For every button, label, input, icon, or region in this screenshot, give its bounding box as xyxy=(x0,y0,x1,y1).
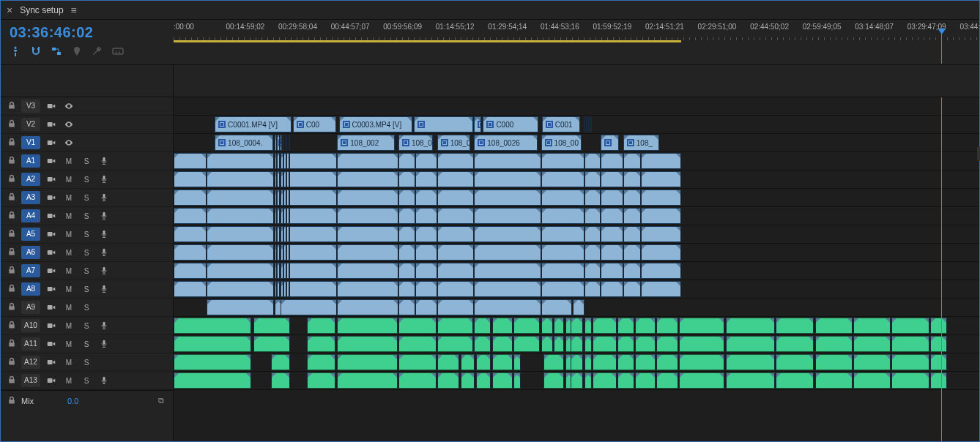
toggle-sync-icon[interactable] xyxy=(45,210,58,222)
captions-icon[interactable] xyxy=(112,45,124,57)
clip[interactable] xyxy=(476,354,491,370)
track-header-a13[interactable]: A13MS xyxy=(1,372,173,390)
lock-icon[interactable] xyxy=(7,357,17,367)
track-header-a10[interactable]: A10MS xyxy=(1,317,173,335)
clip[interactable] xyxy=(207,263,274,279)
playhead-marker[interactable] xyxy=(941,33,942,64)
clip[interactable] xyxy=(415,299,437,315)
voice-record-icon[interactable] xyxy=(97,265,111,277)
clip[interactable] xyxy=(623,226,641,242)
clip[interactable] xyxy=(207,244,274,261)
close-icon[interactable]: × xyxy=(7,4,12,16)
clip[interactable] xyxy=(554,318,564,334)
clip[interactable] xyxy=(635,336,656,352)
track-header-a6[interactable]: A6MS xyxy=(1,244,173,262)
clip[interactable] xyxy=(474,153,541,169)
clip[interactable] xyxy=(337,263,398,279)
clip[interactable] xyxy=(541,171,584,187)
timecode-display[interactable]: 03:36:46:02 xyxy=(10,24,165,41)
track-target-a6[interactable]: A6 xyxy=(21,246,40,259)
clip[interactable] xyxy=(337,171,398,187)
solo-button[interactable]: S xyxy=(80,155,93,167)
clip[interactable] xyxy=(474,263,541,279)
clip[interactable] xyxy=(930,354,947,370)
clip[interactable] xyxy=(571,318,583,334)
clip[interactable] xyxy=(776,372,814,389)
clip[interactable] xyxy=(437,153,475,169)
track-header-v3[interactable]: V3 xyxy=(1,97,173,116)
clip[interactable] xyxy=(641,171,681,187)
track-target-a1[interactable]: A1 xyxy=(21,154,40,168)
clip[interactable] xyxy=(474,299,541,315)
track-lane[interactable] xyxy=(174,372,979,390)
clip[interactable] xyxy=(492,336,513,352)
track-header-a3[interactable]: A3MS xyxy=(1,189,173,207)
clip[interactable] xyxy=(174,153,207,169)
voice-record-icon[interactable] xyxy=(97,320,111,332)
clip[interactable]: 108_002 xyxy=(337,135,395,151)
track-lane[interactable] xyxy=(174,189,979,207)
clip[interactable] xyxy=(593,354,617,370)
clip[interactable] xyxy=(253,318,291,334)
clip[interactable] xyxy=(474,171,541,187)
clip[interactable] xyxy=(174,336,251,352)
clip[interactable] xyxy=(337,336,398,352)
clip[interactable] xyxy=(584,190,601,206)
track-lane[interactable] xyxy=(174,335,979,353)
track-target-a7[interactable]: A7 xyxy=(21,264,40,277)
solo-button[interactable]: S xyxy=(80,338,93,350)
clip[interactable] xyxy=(207,171,274,187)
track-lane[interactable] xyxy=(174,207,979,225)
clip[interactable] xyxy=(617,336,634,352)
clip[interactable] xyxy=(584,153,601,169)
clip[interactable] xyxy=(541,281,584,297)
clip[interactable] xyxy=(337,354,398,370)
track-header-a7[interactable]: A7MS xyxy=(1,262,173,280)
clip[interactable] xyxy=(513,354,521,370)
clip[interactable] xyxy=(601,190,623,206)
lock-icon[interactable] xyxy=(7,284,17,294)
mute-button[interactable]: M xyxy=(62,192,75,203)
clip[interactable] xyxy=(437,244,475,261)
track-target-a13[interactable]: A13 xyxy=(21,374,40,387)
clip[interactable] xyxy=(635,372,656,389)
clip[interactable] xyxy=(437,281,475,297)
clip[interactable] xyxy=(623,281,641,297)
clip[interactable] xyxy=(571,336,583,352)
clip[interactable] xyxy=(174,318,251,334)
clip[interactable] xyxy=(930,318,947,334)
clip[interactable] xyxy=(513,372,521,389)
clip[interactable] xyxy=(584,372,592,389)
track-lane[interactable] xyxy=(174,299,979,317)
track-lane[interactable] xyxy=(174,97,979,116)
solo-button[interactable]: S xyxy=(80,375,93,386)
clip[interactable] xyxy=(398,299,415,315)
clip[interactable] xyxy=(437,263,475,279)
clip[interactable] xyxy=(207,153,274,169)
track-target-v2[interactable]: V2 xyxy=(21,118,40,131)
clip[interactable] xyxy=(437,336,474,352)
mute-button[interactable]: M xyxy=(62,265,75,277)
toggle-sync-icon[interactable] xyxy=(45,356,58,368)
clip[interactable]: C00 xyxy=(293,116,336,132)
mute-button[interactable]: M xyxy=(62,375,75,386)
clip[interactable]: C000 xyxy=(483,116,538,132)
clip[interactable] xyxy=(307,354,336,370)
clip[interactable] xyxy=(337,281,398,297)
clip[interactable] xyxy=(474,244,541,261)
mute-button[interactable]: M xyxy=(62,228,75,240)
clip[interactable] xyxy=(174,263,207,279)
marker-icon[interactable] xyxy=(71,45,83,57)
clip[interactable]: 108_ xyxy=(623,135,660,151)
clip[interactable] xyxy=(617,318,634,334)
clip[interactable] xyxy=(207,281,274,297)
clip[interactable] xyxy=(641,153,681,169)
clip[interactable] xyxy=(584,244,601,261)
lock-icon[interactable] xyxy=(7,211,17,221)
track-target-v3[interactable]: V3 xyxy=(21,100,40,113)
clip[interactable]: C0001.MP4 [V] xyxy=(215,116,292,132)
clip[interactable] xyxy=(437,208,475,224)
clip[interactable] xyxy=(415,171,437,187)
track-header-a9[interactable]: A9MS xyxy=(1,299,173,317)
clip[interactable]: 108_00 xyxy=(541,135,582,151)
